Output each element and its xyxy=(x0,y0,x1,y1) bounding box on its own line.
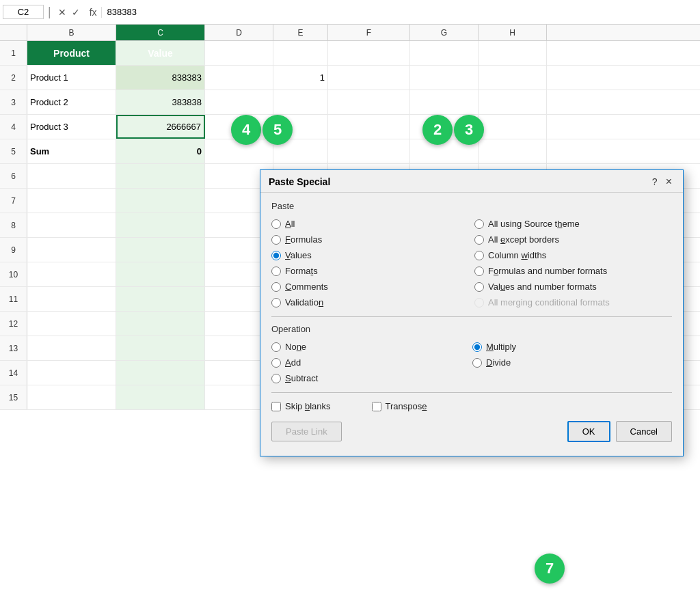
table-row: 1 Product Value xyxy=(0,41,700,66)
paste-formulas-num-option[interactable]: Formulas and number formats xyxy=(474,264,672,278)
cell-d3[interactable] xyxy=(205,90,273,114)
op-multiply-radio[interactable] xyxy=(472,342,482,352)
op-none-radio[interactable] xyxy=(271,342,281,352)
dialog-close-button[interactable]: × xyxy=(663,176,675,188)
paste-col-widths-radio[interactable] xyxy=(474,251,484,260)
col-header-f[interactable]: F xyxy=(328,25,410,40)
op-add-radio[interactable] xyxy=(271,358,281,368)
ok-button[interactable]: OK xyxy=(567,421,610,442)
cell-f4[interactable] xyxy=(328,115,410,139)
transpose-checkbox[interactable] xyxy=(372,402,381,411)
op-add-option[interactable]: Add xyxy=(271,355,471,370)
paste-all-source-radio[interactable] xyxy=(474,219,484,229)
paste-merge-cond-option[interactable]: All merging conditional formats xyxy=(474,295,672,310)
op-multiply-option[interactable]: Multiply xyxy=(472,340,672,354)
row-header-14: 14 xyxy=(0,361,27,385)
confirm-icon[interactable]: ✓ xyxy=(72,7,80,18)
cell-e1[interactable] xyxy=(273,41,328,65)
cell-e3[interactable] xyxy=(273,90,328,114)
op-subtract-label: Subtract xyxy=(285,373,318,383)
cell-b4[interactable]: Product 3 xyxy=(27,115,116,139)
cancel-button[interactable]: Cancel xyxy=(616,421,672,442)
formula-input[interactable]: 838383 xyxy=(105,5,697,18)
cell-d2[interactable] xyxy=(205,66,273,90)
table-row: 4 Product 3 2666667 xyxy=(0,115,700,139)
formula-bar: C2 | ✕ ✓ fx 838383 xyxy=(0,0,700,25)
paste-values-radio[interactable] xyxy=(271,251,281,260)
paste-values-num-option[interactable]: Values and number formats xyxy=(474,279,672,294)
paste-formats-option[interactable]: Formats xyxy=(271,264,469,278)
paste-all-source-option[interactable]: All using Source theme xyxy=(474,217,672,231)
skip-blanks-option[interactable]: Skip blanks xyxy=(271,401,331,411)
paste-comments-radio[interactable] xyxy=(271,282,281,292)
paste-section-label: Paste xyxy=(271,201,672,211)
cell-c1[interactable]: Value xyxy=(116,41,205,65)
cell-h3[interactable] xyxy=(479,90,547,114)
cell-c5[interactable]: 0 xyxy=(116,139,205,163)
cell-g3[interactable] xyxy=(410,90,479,114)
column-headers: B C D E F G H xyxy=(0,25,700,41)
paste-formulas-radio[interactable] xyxy=(271,235,281,245)
row-header-6: 6 xyxy=(0,164,27,188)
paste-comments-label: Comments xyxy=(285,282,328,292)
cell-f3[interactable] xyxy=(328,90,410,114)
cell-h4[interactable] xyxy=(479,115,547,139)
col-header-e[interactable]: E xyxy=(273,25,328,40)
formula-bar-icons: ✕ ✓ xyxy=(55,7,83,18)
op-add-label: Add xyxy=(285,357,301,368)
paste-formats-radio[interactable] xyxy=(271,266,281,276)
badge-3: 3 xyxy=(454,115,484,145)
cell-c4[interactable]: 2666667 xyxy=(116,115,205,139)
transpose-option[interactable]: Transpose xyxy=(372,401,427,411)
name-box[interactable]: C2 xyxy=(3,5,44,19)
op-subtract-radio[interactable] xyxy=(271,374,281,383)
paste-comments-option[interactable]: Comments xyxy=(271,279,469,294)
row-header-11: 11 xyxy=(0,287,27,311)
dialog-controls: ? × xyxy=(652,176,675,188)
cell-e2[interactable]: 1 xyxy=(273,66,328,90)
dialog-help-button[interactable]: ? xyxy=(652,176,658,187)
op-none-option[interactable]: None xyxy=(271,340,471,354)
col-header-h[interactable]: H xyxy=(479,25,547,40)
op-subtract-option[interactable]: Subtract xyxy=(271,371,471,385)
cell-g2[interactable] xyxy=(410,66,479,90)
cell-b2[interactable]: Product 1 xyxy=(27,66,116,90)
paste-formulas-option[interactable]: Formulas xyxy=(271,232,469,247)
cell-b5[interactable]: Sum xyxy=(27,139,116,163)
paste-values-num-radio[interactable] xyxy=(474,282,484,292)
paste-except-borders-option[interactable]: All except borders xyxy=(474,232,672,247)
paste-merge-cond-radio[interactable] xyxy=(474,298,484,308)
cell-h2[interactable] xyxy=(479,66,547,90)
cell-f1[interactable] xyxy=(328,41,410,65)
op-divide-radio[interactable] xyxy=(472,358,482,368)
col-header-c[interactable]: C xyxy=(116,25,205,40)
paste-except-borders-radio[interactable] xyxy=(474,235,484,245)
cell-b3[interactable]: Product 2 xyxy=(27,90,116,114)
cell-c3[interactable]: 383838 xyxy=(116,90,205,114)
paste-all-radio[interactable] xyxy=(271,219,281,229)
cell-g1[interactable] xyxy=(410,41,479,65)
paste-col-widths-label: Column widths xyxy=(488,250,546,260)
paste-values-option[interactable]: Values xyxy=(271,248,469,262)
cell-h5[interactable] xyxy=(479,139,547,163)
paste-formulas-num-radio[interactable] xyxy=(474,266,484,276)
cell-f5[interactable] xyxy=(328,139,410,163)
cell-c2[interactable]: 838383 xyxy=(116,66,205,90)
cell-b1[interactable]: Product xyxy=(27,41,116,65)
paste-validation-option[interactable]: Validation xyxy=(271,295,469,310)
dialog-titlebar: Paste Special ? × xyxy=(260,170,683,193)
cell-h1[interactable] xyxy=(479,41,547,65)
cell-d1[interactable] xyxy=(205,41,273,65)
col-header-b[interactable]: B xyxy=(27,25,116,40)
cell-f2[interactable] xyxy=(328,66,410,90)
paste-validation-radio[interactable] xyxy=(271,298,281,308)
cancel-icon[interactable]: ✕ xyxy=(58,7,66,18)
op-divide-label: Divide xyxy=(486,357,511,368)
paste-link-button[interactable]: Paste Link xyxy=(271,422,342,441)
paste-col-widths-option[interactable]: Column widths xyxy=(474,248,672,262)
paste-all-option[interactable]: All xyxy=(271,217,469,231)
col-header-d[interactable]: D xyxy=(205,25,273,40)
skip-blanks-checkbox[interactable] xyxy=(271,402,281,411)
col-header-g[interactable]: G xyxy=(410,25,479,40)
op-divide-option[interactable]: Divide xyxy=(472,355,672,370)
